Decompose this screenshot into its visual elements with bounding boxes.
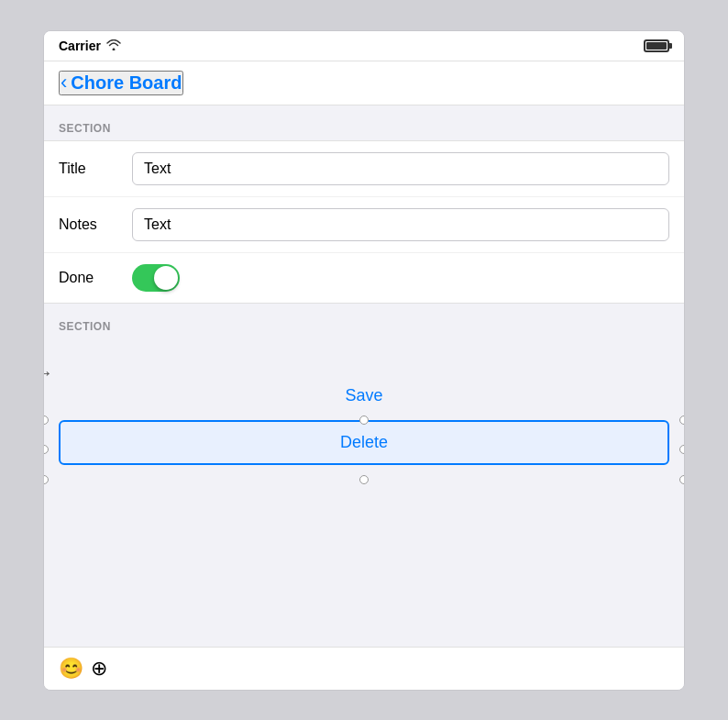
bottom-toolbar: 😊 ⊕: [44, 647, 684, 690]
notes-input[interactable]: [132, 208, 669, 241]
section2-header: SECTION: [44, 304, 684, 359]
back-button[interactable]: ‹ Chore Board: [59, 71, 183, 95]
notes-label: Notes: [59, 216, 132, 233]
handle-mr: [679, 445, 684, 454]
save-button-container: Save: [44, 359, 684, 420]
handle-ml: [44, 445, 49, 454]
delete-button-container: Delete: [44, 420, 684, 480]
handle-bm: [359, 475, 369, 484]
handle-tr: [679, 415, 684, 425]
title-input[interactable]: [132, 152, 669, 185]
nav-title: Chore Board: [71, 72, 182, 94]
status-bar: Carrier: [44, 31, 684, 61]
handle-br: [679, 475, 684, 484]
form-group: Title Notes Done: [44, 140, 684, 304]
carrier-label: Carrier: [59, 39, 101, 53]
done-row: Done: [44, 253, 684, 303]
toolbar-emoji-icon[interactable]: 😊: [59, 657, 83, 681]
handle-bl: [44, 475, 49, 484]
delete-button[interactable]: Delete: [59, 420, 669, 465]
notes-row: Notes: [44, 197, 684, 253]
title-row: Title: [44, 141, 684, 197]
done-toggle[interactable]: [132, 264, 180, 292]
save-button[interactable]: Save: [345, 386, 382, 405]
toggle-knob: [154, 266, 178, 290]
section1-header: SECTION: [44, 105, 684, 140]
status-left: Carrier: [59, 39, 121, 53]
handle-tm: [359, 415, 369, 425]
nav-bar: ‹ Chore Board: [44, 61, 684, 105]
done-label: Done: [59, 270, 132, 286]
wifi-icon: [106, 39, 121, 53]
phone-frame: Carrier ‹ Chore Board → SECTION: [43, 30, 685, 691]
title-label: Title: [59, 161, 132, 177]
back-chevron-icon: ‹: [61, 72, 67, 93]
main-content: → SECTION Title Notes Done SEC: [44, 105, 684, 647]
toolbar-add-icon[interactable]: ⊕: [91, 657, 107, 681]
battery-icon: [644, 39, 669, 52]
arrow-indicator: →: [44, 362, 53, 383]
